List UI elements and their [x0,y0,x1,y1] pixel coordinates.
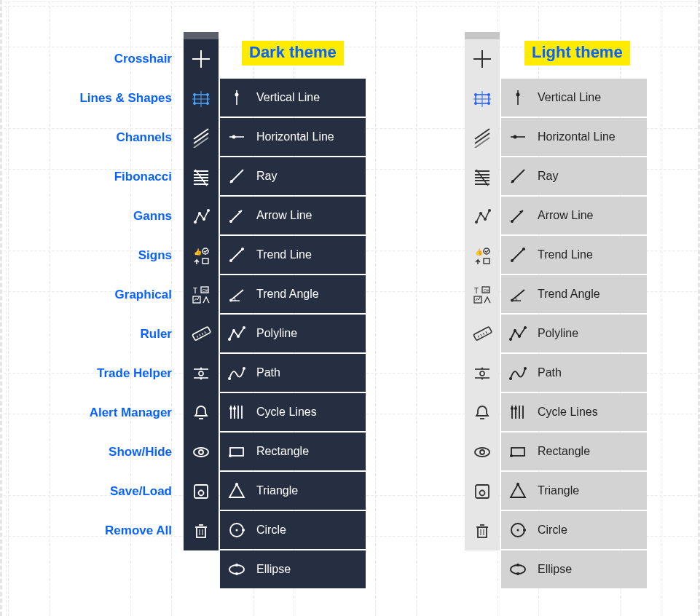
flyout-item-trend-angle[interactable]: Trend Angle [501,275,647,313]
signs-icon[interactable] [184,236,219,275]
ganns-icon[interactable] [184,197,219,236]
flyout-item-label: Triangle [256,484,298,497]
remove-all-icon[interactable] [465,511,500,550]
path-icon [226,362,248,384]
show-hide-icon[interactable] [184,433,219,472]
flyout-item-label: Cycle Lines [538,406,598,419]
trend-line-icon [226,244,248,266]
save-load-icon[interactable] [184,472,219,511]
ray-icon [226,165,248,187]
trend-angle-icon [507,283,529,305]
flyout-item-ray[interactable]: Ray [501,157,647,195]
category-label: Ganns [0,197,181,236]
signs-icon[interactable] [465,236,500,275]
rectangle-icon [226,441,248,462]
flyout-item-rectangle[interactable]: Rectangle [220,433,366,470]
flyout-item-label: Vertical Line [256,91,320,104]
flyout-item-trend-line[interactable]: Trend Line [501,236,647,274]
vertical-line-icon [226,87,248,108]
flyout-item-label: Trend Line [538,248,593,261]
flyout-item-triangle[interactable]: Triangle [501,472,647,510]
graphical-icon[interactable] [184,275,219,315]
category-label: Signs [0,236,181,275]
ruler-icon[interactable] [465,315,500,354]
horizontal-line-icon [507,126,529,148]
flyout-item-label: Ray [256,170,277,183]
flyout-item-rectangle[interactable]: Rectangle [501,433,647,470]
flyout-item-label: Circle [538,524,567,537]
flyout-item-polyline[interactable]: Polyline [501,315,647,352]
flyout-item-label: Ray [538,170,558,183]
arrow-line-icon [226,205,248,226]
trend-angle-icon [226,283,248,305]
flyout-item-circle[interactable]: Circle [501,511,647,549]
category-label: Remove All [0,511,181,550]
category-labels: Crosshair Lines & Shapes Channels Fibona… [0,39,181,550]
flyout-item-arrow-line[interactable]: Arrow Line [220,197,366,234]
flyout-item-trend-line[interactable]: Trend Line [220,236,366,274]
flyout-item-path[interactable]: Path [220,354,366,392]
crosshair-icon[interactable] [184,39,219,79]
circle-icon [507,519,529,541]
category-label: Trade Helper [0,354,181,393]
flyout-item-label: Path [256,366,280,379]
category-label: Alert Manager [0,393,181,433]
flyout-item-label: Circle [256,524,286,537]
flyout-item-cycle-lines[interactable]: Cycle Lines [220,393,366,431]
flyout-item-label: Triangle [538,484,579,497]
flyout-item-ray[interactable]: Ray [220,157,366,195]
flyout-item-polyline[interactable]: Polyline [220,315,366,352]
category-label: Show/Hide [0,433,181,472]
flyout-item-arrow-line[interactable]: Arrow Line [501,197,647,234]
graphical-icon[interactable] [465,275,500,315]
flyout-dark: Vertical Line Horizontal Line Ray Arrow … [220,79,366,590]
channels-icon[interactable] [465,118,500,157]
flyout-item-label: Ellipse [256,563,291,576]
trade-helper-icon[interactable] [465,354,500,393]
flyout-item-horizontal-line[interactable]: Horizontal Line [501,118,647,156]
trade-helper-icon[interactable] [184,354,219,393]
flyout-item-cycle-lines[interactable]: Cycle Lines [501,393,647,431]
show-hide-icon[interactable] [465,433,500,472]
lines-shapes-icon[interactable] [184,79,219,118]
flyout-item-vertical-line[interactable]: Vertical Line [220,79,366,117]
flyout-item-label: Path [538,366,562,379]
flyout-item-vertical-line[interactable]: Vertical Line [501,79,647,117]
flyout-item-horizontal-line[interactable]: Horizontal Line [220,118,366,156]
flyout-item-path[interactable]: Path [501,354,647,392]
remove-all-icon[interactable] [184,511,219,550]
toolbar-grip[interactable] [465,32,500,39]
flyout-item-ellipse[interactable]: Ellipse [220,550,366,588]
category-label: Fibonacci [0,157,181,197]
flyout-item-ellipse[interactable]: Ellipse [501,550,647,588]
flyout-item-label: Horizontal Line [538,130,616,143]
crosshair-icon[interactable] [465,39,500,79]
trend-line-icon [507,244,529,266]
cycle-lines-icon [507,401,529,423]
ruler-icon[interactable] [184,315,219,354]
channels-icon[interactable] [184,118,219,157]
flyout-item-triangle[interactable]: Triangle [220,472,366,510]
alert-manager-icon[interactable] [184,393,219,433]
lines-shapes-icon[interactable] [465,79,500,118]
flyout-item-circle[interactable]: Circle [220,511,366,549]
flyout-item-trend-angle[interactable]: Trend Angle [220,275,366,313]
flyout-item-label: Polyline [256,327,297,340]
category-label: Lines & Shapes [0,79,181,118]
flyout-item-label: Polyline [538,327,578,340]
save-load-icon[interactable] [465,472,500,511]
fibonacci-icon[interactable] [184,157,219,197]
category-label: Channels [0,118,181,157]
triangle-icon [226,480,248,502]
flyout-light: Vertical Line Horizontal Line Ray Arrow … [501,79,647,590]
toolbar-grip[interactable] [184,32,219,39]
triangle-icon [507,480,529,502]
vertical-line-icon [507,87,529,108]
fibonacci-icon[interactable] [465,157,500,197]
polyline-icon [226,323,248,344]
alert-manager-icon[interactable] [465,393,500,433]
ganns-icon[interactable] [465,197,500,236]
flyout-item-label: Trend Line [256,248,312,261]
dark-theme-title: Dark theme [242,41,344,66]
category-label: Save/Load [0,472,181,511]
